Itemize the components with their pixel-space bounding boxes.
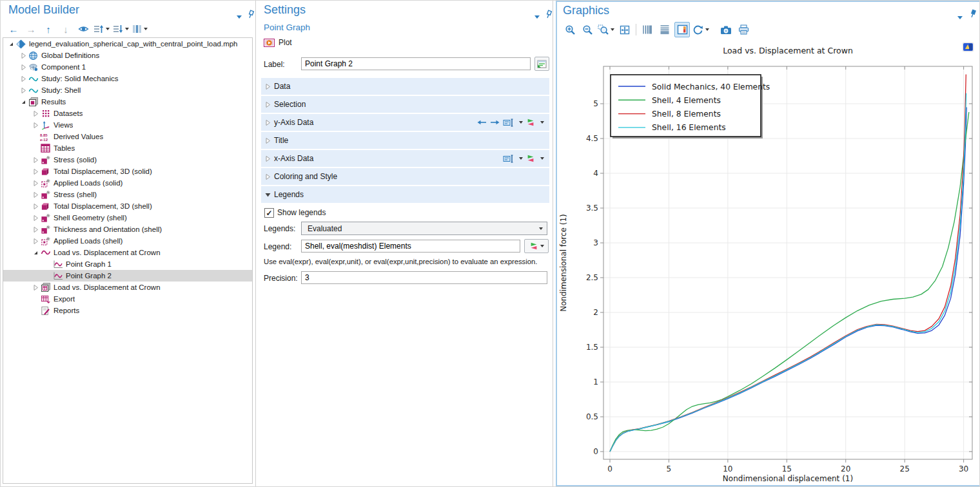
arrow-left-icon: ← — [9, 24, 19, 34]
expand-arrow-icon[interactable] — [31, 225, 40, 234]
expand-arrow-icon[interactable] — [31, 236, 40, 245]
expand-arrow-icon[interactable] — [19, 62, 28, 72]
eval-icon[interactable] — [526, 154, 535, 163]
tree-item[interactable]: Applied Loads (shell) — [3, 235, 252, 247]
chevron-down-icon[interactable] — [540, 121, 544, 124]
zoom-in-button[interactable] — [562, 22, 578, 37]
label-input[interactable] — [301, 57, 531, 70]
node-text-button[interactable] — [132, 21, 148, 37]
x-grid-button[interactable] — [640, 22, 655, 37]
tree-item[interactable]: Export — [3, 293, 252, 305]
zoom-box-button[interactable] — [597, 22, 615, 37]
section-title[interactable]: Title — [261, 132, 549, 149]
plot-group-3d-icon — [40, 224, 51, 234]
section-coloring-and-style[interactable]: Coloring and Style — [261, 168, 549, 185]
chevron-down-icon[interactable] — [519, 121, 523, 124]
switch-to-window-button[interactable] — [534, 57, 549, 71]
zoom-extents-button[interactable] — [617, 22, 632, 37]
collapse-arrow-icon[interactable] — [19, 97, 28, 106]
chevron-down-icon[interactable] — [540, 157, 544, 160]
move-down-button[interactable]: ↓ — [58, 21, 74, 37]
print-button[interactable] — [736, 22, 751, 37]
collapse-arrow-icon[interactable] — [31, 248, 40, 257]
expand-arrow-icon[interactable] — [31, 202, 40, 211]
expand-arrow-icon[interactable] — [31, 109, 40, 118]
plot-button[interactable]: Plot — [264, 38, 292, 47]
expand-arrow-icon[interactable] — [31, 190, 40, 199]
tree-item[interactable]: Results — [3, 96, 252, 108]
expand-arrow-icon[interactable] — [31, 213, 40, 222]
forward-button[interactable]: → — [23, 21, 39, 37]
section-legends[interactable]: Legends — [261, 186, 549, 203]
zoom-out-button[interactable] — [580, 22, 595, 37]
tree-item[interactable]: Thickness and Orientation (shell) — [3, 224, 252, 235]
move-up-button[interactable]: ↑ — [41, 21, 56, 37]
tree-item[interactable]: Stress (solid) — [3, 154, 252, 166]
panel-menu-icon[interactable] — [534, 10, 544, 19]
show-legends-button[interactable] — [674, 22, 690, 37]
arrow-right-sm-icon[interactable] — [490, 119, 500, 126]
replace-expression-icon[interactable] — [503, 118, 514, 128]
study-icon — [28, 85, 39, 95]
reports-icon — [40, 305, 51, 316]
expand-arrow-icon[interactable] — [19, 74, 28, 83]
expand-arrow-icon[interactable] — [31, 155, 40, 164]
section-x-axis-data[interactable]: x-Axis Data — [261, 150, 549, 167]
tree-item[interactable]: Datasets — [3, 108, 252, 119]
tree-item[interactable]: Point Graph 1 — [3, 258, 252, 270]
precision-input[interactable] — [301, 271, 547, 284]
show-legends-checkbox[interactable]: ✓ — [264, 208, 274, 218]
chevron-down-icon[interactable] — [519, 157, 523, 160]
expand-arrow-icon[interactable] — [19, 51, 28, 60]
pin-icon[interactable] — [247, 10, 256, 19]
y-grid-button[interactable] — [657, 22, 672, 37]
tree-item-label: Load vs. Displacement at Crown — [54, 283, 161, 291]
section-y-axis-data[interactable]: y-Axis Data — [261, 114, 549, 131]
tree-item[interactable]: Point Graph 2 — [3, 270, 252, 282]
back-button[interactable]: ← — [6, 21, 21, 37]
tree-item[interactable]: Study: Shell — [3, 84, 252, 96]
plot-window-icon[interactable] — [962, 42, 974, 55]
tree-item[interactable]: Stress (shell) — [3, 189, 252, 200]
expand-all-button[interactable] — [93, 21, 110, 37]
insert-expression-button[interactable] — [524, 239, 549, 253]
tree-item[interactable]: Views — [3, 119, 252, 131]
collapse-arrow-icon[interactable] — [6, 39, 15, 48]
refresh-button[interactable] — [692, 22, 710, 37]
tree-item[interactable]: Reports — [3, 305, 252, 316]
tree-item[interactable]: Load vs. Displacement at Crown — [3, 247, 252, 258]
expand-arrow-icon[interactable] — [31, 283, 40, 292]
section-data[interactable]: Data — [261, 78, 549, 95]
tree-item[interactable]: Total Displacement, 3D (solid) — [3, 166, 252, 177]
legend-input[interactable] — [301, 240, 520, 253]
image-snapshot-button[interactable] — [718, 22, 734, 37]
tree-item[interactable]: Shell Geometry (shell) — [3, 212, 252, 224]
expand-arrow-icon[interactable] — [31, 120, 40, 129]
pin-icon[interactable] — [545, 10, 554, 19]
section-selection[interactable]: Selection — [261, 96, 549, 113]
tree-item[interactable]: Tables — [3, 142, 252, 154]
pin-icon[interactable] — [969, 9, 978, 18]
expand-arrow-icon[interactable] — [31, 178, 40, 187]
panel-menu-icon[interactable] — [237, 10, 246, 19]
tree-item[interactable]: 8.85e-12Derived Values — [3, 131, 252, 142]
panel-menu-icon[interactable] — [957, 10, 966, 19]
tree-item[interactable]: Load vs. Displacement at Crown — [3, 282, 252, 293]
arrow-left-sm-icon[interactable] — [477, 119, 487, 126]
replace-expression-icon[interactable] — [503, 154, 514, 164]
tree-item[interactable]: legend_evaluation_spherical_cap_with_cen… — [3, 38, 252, 50]
eval-icon[interactable] — [526, 118, 535, 127]
show-button[interactable] — [75, 21, 91, 37]
plot-canvas[interactable]: Load vs. Displacement at Crown0510152025… — [557, 37, 978, 486]
tree-item[interactable]: Study: Solid Mechanics — [3, 73, 252, 84]
legends-select-value: Evaluated — [302, 224, 537, 233]
expand-arrow-icon[interactable] — [19, 86, 28, 95]
tree-item[interactable]: Applied Loads (solid) — [3, 177, 252, 189]
collapse-all-button[interactable] — [112, 21, 130, 37]
section-collapsed-icon — [261, 84, 274, 90]
expand-arrow-icon[interactable] — [31, 167, 40, 176]
tree-item[interactable]: Component 1 — [3, 61, 252, 73]
tree-item[interactable]: Global Definitions — [3, 50, 252, 61]
legends-select[interactable]: Evaluated — [301, 222, 547, 235]
tree-item[interactable]: Total Displacement, 3D (shell) — [3, 200, 252, 212]
